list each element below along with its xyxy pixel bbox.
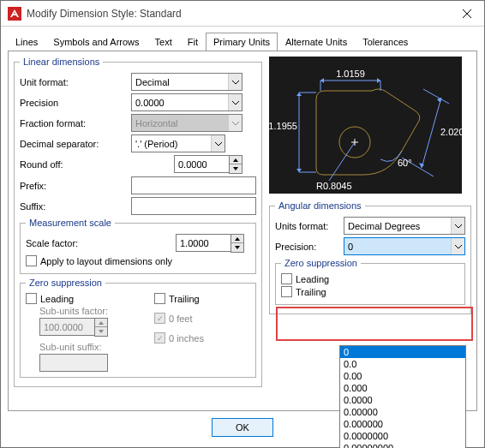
titlebar: Modify Dimension Style: Standard [1, 1, 484, 27]
spin-up-icon[interactable] [231, 235, 243, 243]
feet-checkbox [154, 313, 165, 324]
precision-option[interactable]: 0.00 [340, 370, 465, 382]
angular-legend: Angular dimensions [275, 200, 365, 211]
round-off-label: Round off: [20, 159, 131, 170]
angular-leading-checkbox[interactable] [281, 273, 292, 284]
svg-text:1.0159: 1.0159 [336, 69, 365, 79]
fraction-format-select: Horizontal [131, 114, 242, 132]
tab-lines[interactable]: Lines [8, 33, 45, 51]
apply-layout-label: Apply to layout dimensions only [40, 256, 172, 266]
measurement-scale-group: Measurement scale Scale factor: 1.0000 [20, 218, 256, 274]
suffix-input[interactable] [131, 197, 256, 215]
precision-option[interactable]: 0.00000000 [340, 442, 465, 448]
svg-text:60°: 60° [398, 158, 412, 168]
precision-option[interactable]: 0.00000 [340, 406, 465, 418]
chevron-down-icon [451, 218, 464, 234]
precision-label: Precision [20, 98, 131, 108]
unit-format-select[interactable]: Decimal [131, 73, 242, 91]
tab-strip: Lines Symbols and Arrows Text Fit Primar… [8, 33, 477, 51]
leading-label: Leading [40, 294, 74, 304]
chevron-down-icon [211, 135, 225, 152]
scale-factor-label: Scale factor: [26, 238, 176, 248]
spin-up-icon[interactable] [230, 156, 242, 164]
zero-suppression-group: Zero suppression Leading Sub-units facto… [20, 278, 256, 378]
angular-leading-label: Leading [296, 274, 329, 284]
angular-units-select[interactable]: Decimal Degrees [344, 217, 465, 235]
svg-text:2.0207: 2.0207 [440, 127, 462, 137]
unit-format-label: Unit format: [20, 77, 131, 87]
round-off-spinner[interactable]: 0.0000 [174, 155, 242, 174]
svg-text:1.1955: 1.1955 [269, 121, 297, 131]
precision-select[interactable]: 0.0000 [131, 93, 242, 111]
trailing-label: Trailing [169, 294, 200, 304]
angular-units-label: Units format: [275, 221, 344, 231]
angular-zs-legend: Zero suppression [281, 258, 361, 268]
fraction-format-label: Fraction format: [20, 118, 131, 128]
precision-option[interactable]: 0.0000000 [340, 430, 465, 442]
svg-rect-1 [269, 57, 462, 194]
tab-primary-units[interactable]: Primary Units [206, 33, 278, 51]
decimal-separator-label: Decimal separator: [20, 139, 131, 149]
sub-unit-suffix-input [39, 354, 108, 372]
tab-text[interactable]: Text [147, 33, 180, 51]
precision-option[interactable]: 0 [340, 346, 465, 358]
sub-units-factor-label: Sub-units factor: [39, 306, 154, 316]
prefix-label: Prefix: [20, 181, 63, 191]
linear-dimensions-group: Linear dimensions Unit format: Decimal P… [14, 57, 262, 387]
chevron-down-icon [228, 94, 242, 111]
svg-text:R0.8045: R0.8045 [316, 181, 352, 191]
measurement-legend: Measurement scale [26, 218, 115, 228]
angular-dimensions-group: Angular dimensions Units format: Decimal… [269, 200, 471, 314]
apply-layout-checkbox[interactable] [26, 255, 37, 266]
spin-up-icon [95, 319, 107, 327]
ok-button[interactable]: OK [212, 418, 273, 437]
chevron-down-icon [228, 74, 242, 90]
precision-option[interactable]: 0.000 [340, 382, 465, 394]
leading-checkbox[interactable] [26, 293, 37, 304]
chevron-down-icon [228, 115, 242, 131]
precision-option[interactable]: 0.0 [340, 358, 465, 370]
dimension-preview: 1.0159 1.1955 2.0207 60° R0.8045 [269, 57, 462, 194]
feet-label: 0 feet [169, 314, 193, 324]
angular-precision-label: Precision: [275, 242, 344, 252]
angular-trailing-label: Trailing [296, 287, 326, 297]
trailing-checkbox[interactable] [154, 293, 165, 304]
decimal-separator-select[interactable]: '.' (Period) [131, 134, 225, 152]
tab-tolerances[interactable]: Tolerances [355, 33, 416, 51]
zero-supp-legend: Zero suppression [26, 278, 105, 288]
angular-precision-dropdown[interactable]: 0 0.0 0.00 0.000 0.0000 0.00000 0.000000… [339, 345, 466, 448]
inches-checkbox [154, 332, 165, 343]
precision-option[interactable]: 0.000000 [340, 418, 465, 430]
tab-fit[interactable]: Fit [180, 33, 206, 51]
chevron-down-icon [451, 238, 464, 254]
inches-label: 0 inches [169, 333, 204, 343]
prefix-input[interactable] [131, 176, 256, 194]
spin-down-icon[interactable] [230, 164, 242, 173]
tab-alternate-units[interactable]: Alternate Units [278, 33, 355, 51]
angular-trailing-checkbox[interactable] [281, 286, 292, 297]
sub-unit-suffix-label: Sub-unit suffix: [39, 342, 154, 352]
angular-precision-select[interactable]: 0 [344, 237, 465, 255]
linear-legend: Linear dimensions [20, 57, 103, 67]
angular-zero-supp-group: Zero suppression Leading Trailing [275, 258, 465, 305]
tab-symbols[interactable]: Symbols and Arrows [45, 33, 147, 51]
scale-factor-spinner[interactable]: 1.0000 [176, 234, 244, 253]
suffix-label: Suffix: [20, 201, 63, 212]
precision-option[interactable]: 0.0000 [340, 394, 465, 406]
spin-down-icon [95, 327, 107, 336]
window-title: Modify Dimension Style: Standard [27, 8, 450, 20]
sub-units-factor-spinner: 100.0000 [39, 318, 108, 337]
spin-down-icon[interactable] [231, 243, 243, 252]
close-button[interactable] [450, 1, 484, 27]
app-icon [8, 7, 21, 21]
